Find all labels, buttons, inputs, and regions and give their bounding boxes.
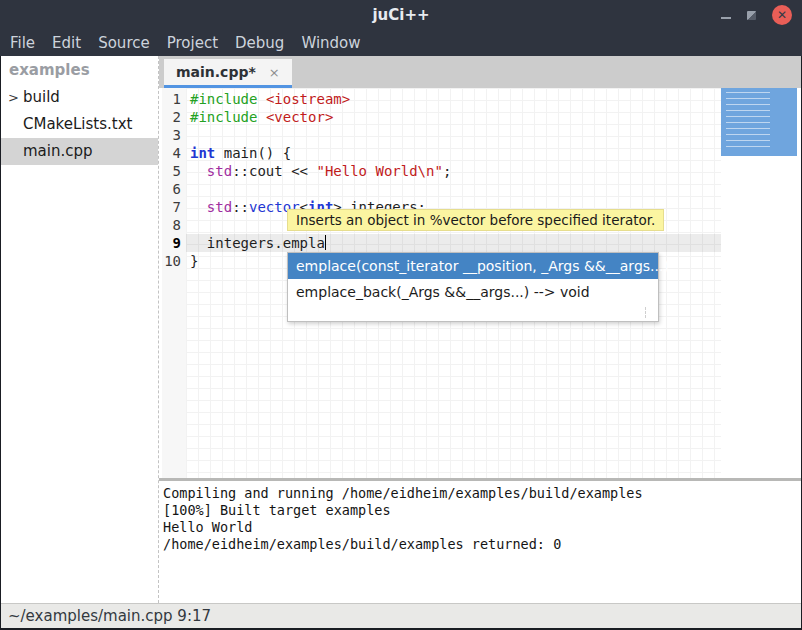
tab-main-cpp[interactable]: main.cpp* × [164, 59, 292, 88]
token-plain: main() { [215, 145, 291, 161]
line-number: 5 [162, 162, 186, 180]
token-header-name: <vector> [266, 109, 333, 125]
tree-item-cmakelists[interactable]: CMakeLists.txt [1, 111, 158, 138]
window-controls: ✕ [721, 0, 792, 30]
code-line-1[interactable]: #include <iostream> [186, 90, 721, 108]
app-window: juCi++ ✕ File Edit Source Project Debug … [0, 0, 802, 630]
token-plain: ; [443, 163, 451, 179]
statusbar: ~/examples/main.cpp 9:17 [1, 603, 801, 628]
tree-item-label: build [23, 88, 60, 106]
token-plain [257, 109, 265, 125]
menu-edit[interactable]: Edit [52, 34, 81, 52]
terminal-line: Compiling and running /home/eidheim/exam… [163, 485, 801, 502]
line-number: 2 [162, 108, 186, 126]
menu-source[interactable]: Source [98, 34, 150, 52]
menu-project[interactable]: Project [167, 34, 218, 52]
token-namespace: std [207, 199, 232, 215]
code-line-2[interactable]: #include <vector> [186, 108, 721, 126]
token-plain [190, 163, 207, 179]
doc-tooltip: Inserts an object in %vector before spec… [287, 209, 664, 231]
token-plain [190, 199, 207, 215]
line-number: 7 [162, 198, 186, 216]
token-namespace: std [207, 163, 232, 179]
tree-item-main-cpp[interactable]: main.cpp [1, 138, 158, 165]
token-plain: :: [232, 163, 249, 179]
project-root-label: examples [1, 56, 158, 84]
terminal-line: /home/eidheim/examples/build/examples re… [163, 536, 801, 553]
menu-debug[interactable]: Debug [235, 34, 284, 52]
line-number: 10 [162, 252, 186, 270]
menu-window[interactable]: Window [301, 34, 360, 52]
code-line-6[interactable] [186, 180, 721, 198]
minimap[interactable] [721, 88, 801, 478]
code-line-3[interactable] [186, 126, 721, 144]
code-line-4[interactable]: int main() { [186, 144, 721, 162]
terminal-output: Compiling and running /home/eidheim/exam… [159, 481, 801, 603]
titlebar[interactable]: juCi++ ✕ [0, 0, 802, 30]
minimap-code-preview [726, 92, 770, 148]
tree-item-build[interactable]: > build [1, 84, 158, 111]
tree-item-label: CMakeLists.txt [23, 115, 132, 133]
token-preprocessor: #include [190, 91, 257, 107]
minimize-icon[interactable] [721, 17, 731, 19]
tab-label: main.cpp* [176, 64, 256, 80]
token-preprocessor: #include [190, 109, 257, 125]
tab-close-icon[interactable]: × [269, 66, 280, 79]
token-header-name: <iostream> [266, 91, 350, 107]
code-line-5[interactable]: std::cout << "Hello World\n"; [186, 162, 721, 180]
completion-item-emplace[interactable]: emplace(const_iterator __position, _Args… [288, 253, 658, 279]
line-number: 3 [162, 126, 186, 144]
token-string: "Hello World\n" [316, 163, 442, 179]
code-editor[interactable]: 1 2 3 4 5 6 7 8 9 10 #include <iostream>… [159, 88, 801, 478]
menu-file[interactable]: File [10, 34, 35, 52]
token-plain [257, 91, 265, 107]
close-icon[interactable]: ✕ [772, 5, 792, 25]
text-cursor [325, 235, 326, 250]
tabbar: main.cpp* × [159, 56, 801, 88]
maximize-icon[interactable] [747, 11, 756, 20]
line-number: 6 [162, 180, 186, 198]
token-plain: << [283, 163, 317, 179]
line-number: 8 [162, 216, 186, 234]
line-number: 1 [162, 90, 186, 108]
terminal-line: Hello World [163, 519, 801, 536]
token-plain: :: [232, 199, 249, 215]
line-number: 4 [162, 144, 186, 162]
token-plain: } [190, 253, 198, 269]
chevron-right-icon[interactable]: > [8, 84, 19, 111]
token-plain: integers.empla [190, 235, 325, 251]
line-number-current: 9 [162, 234, 186, 252]
window-title: juCi++ [372, 6, 429, 24]
terminal-line: [100%] Built target examples [163, 502, 801, 519]
token-keyword: int [190, 145, 215, 161]
code-line-9-current[interactable]: integers.empla [186, 234, 721, 252]
file-tree-sidebar: examples > build CMakeLists.txt main.cpp [1, 56, 159, 603]
line-number-gutter: 1 2 3 4 5 6 7 8 9 10 [162, 88, 186, 478]
tree-item-label: main.cpp [23, 142, 93, 160]
completion-scrollbar[interactable] [645, 307, 646, 318]
token-plain: cout [249, 163, 283, 179]
menubar: File Edit Source Project Debug Window [0, 30, 802, 56]
completion-popup: emplace(const_iterator __position, _Args… [287, 252, 659, 322]
minimap-slider[interactable] [721, 88, 797, 156]
completion-item-emplace-back[interactable]: emplace_back(_Args &&__args...) --> void [288, 279, 658, 305]
